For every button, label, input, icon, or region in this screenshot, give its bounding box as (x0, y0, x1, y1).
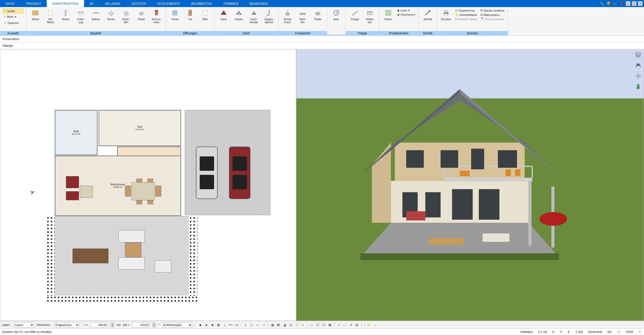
ribbon-virtwand-label: Virt. Wand (47, 18, 54, 25)
tab-sichten[interactable]: SICHTEN (126, 0, 151, 7)
svg-rect-8 (125, 13, 127, 14)
ribbon-drucken-button[interactable]: Drucken (439, 8, 454, 26)
small-icon: ◆ (397, 9, 399, 12)
ribbon-auto-button[interactable]: Auto (329, 8, 344, 26)
window-maximize[interactable]: ☐ (632, 1, 636, 6)
svg-point-24 (338, 10, 339, 12)
tuer-icon (186, 9, 194, 17)
ribbon-schnitt-label: Schnitt (423, 18, 432, 25)
ribbon-gelaender-label: Gelän- der (366, 18, 374, 25)
ribbon-raum-button[interactable]: Raum (381, 8, 396, 26)
ribbon-einzelfund-button[interactable]: Einzel Fund. (280, 8, 295, 26)
ribbon-tuer-button[interactable]: Tür (183, 8, 198, 26)
ribbon-group-projektstruktur: Raum◆Layer ▾⊞Geschoss ▾Projektstruktur (379, 7, 419, 36)
ribbon-gelaender-button[interactable]: Gelän- der (362, 8, 377, 26)
group-title (327, 35, 345, 36)
ribbon-streifen-button[interactable]: Strei- fen (295, 8, 310, 26)
dachfenster-icon (250, 9, 258, 17)
tab-trimmen[interactable]: TRIMMEN (218, 0, 244, 7)
fenster-icon (171, 9, 179, 17)
tool-icon[interactable]: 🔧 (599, 1, 605, 6)
context-bar-2: Dialoge: (0, 42, 644, 49)
context-bar-1: Konstruktion (0, 36, 644, 42)
deckoeffn-icon (122, 9, 130, 17)
main-menu-bar: DATEI PROJEKT KONSTRUKTION 3D GELÄNDE SI… (0, 0, 644, 7)
ribbon-regenfallrohr-button[interactable]: Regen- fallrohr (262, 8, 277, 26)
ribbon-virtwand-button[interactable]: Virt. Wand (43, 8, 58, 26)
ribbon-dachfenster-button[interactable]: Dach- fenster (246, 8, 262, 26)
ribbon-schnitt-button[interactable]: Schnitt (420, 8, 435, 26)
ribbon-small-mehrereseiten: ⧉Mehrere Seiten (455, 17, 478, 21)
ribbon-oeffn-button[interactable]: Öffn. (198, 8, 213, 26)
ribbon-auto-label: Auto (333, 18, 339, 25)
balken-icon (92, 9, 100, 17)
ribbon-group-auswahl: ↖ Selekt ✶ Mark. ▾ ＋ Optionen Auswahl (0, 7, 26, 36)
svg-rect-9 (155, 11, 158, 15)
small-icon: ⧉ (455, 17, 457, 21)
svg-point-15 (191, 13, 191, 13)
ribbon-group-fundament: Einzel Fund.Strei- fenPlatteFundament (278, 7, 327, 36)
svg-rect-32 (445, 11, 448, 13)
group-title: Treppe (346, 31, 379, 36)
small-icon: 📏 (455, 13, 459, 16)
package-icon[interactable]: 📦 (606, 1, 611, 6)
small-icon: ⊡ (480, 13, 483, 16)
ribbon-dach-button[interactable]: Dach (216, 8, 231, 26)
cursor-icon: ↖ (4, 9, 6, 13)
ribbon-deckoeffn-button[interactable]: Deck.- öffn. (119, 8, 134, 26)
selekt-button[interactable]: ↖ Selekt (3, 9, 23, 13)
ribbon-balken-button[interactable]: Balken (88, 8, 104, 26)
ribbon-deckoeffn-label: Deck.- öffn. (122, 18, 130, 25)
ribbon-small-geschoss[interactable]: ⊞Geschoss ▾ (397, 13, 416, 17)
tab-2delemente[interactable]: 2D-ELEMENTE (151, 0, 186, 7)
ribbon: ↖ Selekt ✶ Mark. ▾ ＋ Optionen Auswahl Wa… (0, 7, 644, 36)
optionen-button[interactable]: ＋ Optionen (3, 20, 23, 25)
catalog-icon[interactable]: 🗂 (612, 1, 618, 6)
ribbon-small-blattposition[interactable]: ⊡Blatt position. (480, 13, 505, 17)
ribbon-wand-button[interactable]: Wand (28, 8, 43, 26)
tab-bemassen[interactable]: BEMASSEN (244, 0, 273, 7)
tab-gelaende[interactable]: GELÄNDE (99, 0, 126, 7)
ribbon-dachfenster-label: Dach- fenster (250, 18, 258, 25)
ribbon-unterzug-button[interactable]: Unter- zug (73, 8, 88, 26)
ribbon-gaube-label: Gaube (235, 18, 243, 25)
ribbon-small-papierformat[interactable]: ▭Papierformat (455, 9, 478, 12)
ribbon-stuetze-button[interactable]: Stütze (58, 8, 73, 26)
svg-rect-33 (445, 14, 448, 15)
tab-3d[interactable]: 3D (84, 0, 99, 7)
wand-icon (32, 9, 39, 17)
dach-icon (220, 9, 227, 17)
streifen-icon (299, 9, 306, 17)
tab-datei[interactable]: DATEI (0, 0, 20, 7)
group-title: Drucken (437, 31, 508, 36)
ribbon-decke-button[interactable]: Decke (104, 8, 119, 26)
tab-bearbeiten[interactable]: BEARBEITEN (186, 0, 217, 7)
mark-button[interactable]: ✶ Mark. ▾ (3, 14, 23, 19)
svg-rect-17 (238, 13, 240, 15)
group-title: Dach (215, 31, 278, 36)
svg-rect-22 (300, 13, 305, 15)
context-bar-2-label: Dialoge: (3, 44, 14, 47)
ribbon-platte-button[interactable]: Platte (134, 8, 149, 26)
group-title: Schnitt (419, 31, 437, 36)
window-minimize[interactable]: – (626, 1, 630, 6)
window-quick-icons: 🔧 📦 🗂 ❓ – ☐ × (599, 1, 644, 6)
ribbon-schornstein-button[interactable]: Schorn- stein (149, 8, 164, 26)
ribbon-group-dach: DachGaubeDach- fensterRegen- fallrohrDac… (215, 7, 278, 36)
group-title: Bauteile (26, 31, 166, 36)
svg-rect-0 (33, 11, 38, 15)
ribbon-fenster-button[interactable]: Fenst (167, 8, 183, 26)
ribbon-small-rndereinblend[interactable]: ⊟Ränder einblend. (480, 9, 505, 12)
ribbon-treppe-button[interactable]: Treppe (347, 8, 362, 26)
ribbon-gaube-button[interactable]: Gaube (231, 8, 246, 26)
window-close[interactable]: × (638, 1, 642, 6)
ribbon-platte2-button[interactable]: Platte (310, 8, 325, 26)
virtwand-icon (47, 9, 54, 17)
tab-konstruktion[interactable]: KONSTRUKTION (47, 0, 84, 7)
ribbon-group-schnitt: SchnittSchnitt (419, 7, 437, 36)
svg-rect-4 (65, 10, 66, 16)
ribbon-small-einheitmast[interactable]: 📏Einheit/Maßst. (455, 13, 478, 17)
ribbon-small-layer[interactable]: ◆Layer ▾ (397, 9, 416, 12)
help-icon[interactable]: ❓ (619, 1, 624, 6)
tab-projekt[interactable]: PROJEKT (20, 0, 47, 7)
